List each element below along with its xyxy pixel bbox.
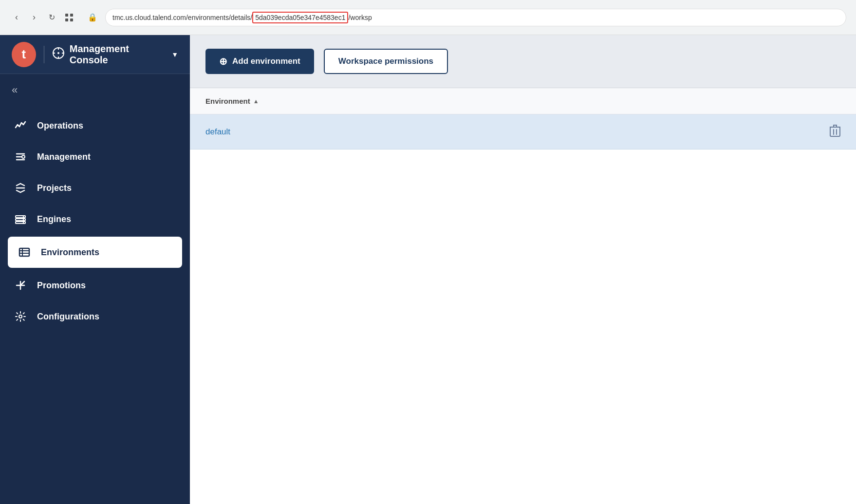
svg-rect-33 bbox=[830, 127, 840, 136]
console-title: Management Console bbox=[70, 43, 165, 66]
svg-point-23 bbox=[23, 219, 24, 220]
app-layout: t Management Console ▼ « bbox=[0, 35, 856, 504]
operations-label: Operations bbox=[37, 121, 83, 131]
url-id: 5da039ecda05e347e4583ec1 bbox=[252, 12, 348, 23]
sidebar: t Management Console ▼ « bbox=[0, 35, 190, 504]
grid-button[interactable] bbox=[62, 11, 76, 24]
add-environment-button[interactable]: ⊕ Add environment bbox=[205, 49, 314, 74]
browser-chrome: ‹ › ↻ 🔒 tmc.us.cloud.talend.com/environm… bbox=[0, 0, 856, 35]
management-label: Management bbox=[37, 152, 91, 162]
svg-point-32 bbox=[19, 315, 22, 318]
row-actions bbox=[830, 124, 840, 140]
svg-rect-1 bbox=[70, 14, 73, 17]
environment-column-header[interactable]: Environment ▲ bbox=[205, 97, 840, 105]
management-icon bbox=[14, 150, 27, 164]
back-button[interactable]: ‹ bbox=[10, 11, 23, 24]
environments-icon bbox=[18, 245, 31, 259]
url-suffix: /worksp bbox=[348, 14, 372, 21]
configurations-icon bbox=[14, 310, 27, 323]
sidebar-divider bbox=[44, 46, 44, 63]
collapse-button[interactable]: « bbox=[0, 74, 190, 106]
talend-logo: t bbox=[12, 42, 36, 67]
delete-button[interactable] bbox=[830, 124, 840, 140]
sidebar-header: t Management Console ▼ bbox=[0, 35, 190, 74]
sidebar-nav: Operations Management bbox=[0, 106, 190, 504]
sidebar-item-management[interactable]: Management bbox=[0, 141, 190, 172]
browser-nav-buttons: ‹ › ↻ bbox=[10, 11, 76, 24]
table-header: Environment ▲ bbox=[190, 88, 856, 114]
engines-icon bbox=[14, 212, 27, 226]
svg-line-18 bbox=[20, 190, 24, 192]
svg-rect-0 bbox=[65, 14, 68, 17]
add-environment-label: Add environment bbox=[232, 56, 300, 66]
workspace-permissions-button[interactable]: Workspace permissions bbox=[324, 49, 448, 74]
workspace-permissions-label: Workspace permissions bbox=[338, 56, 433, 66]
sidebar-item-configurations[interactable]: Configurations bbox=[0, 301, 190, 332]
sidebar-item-operations[interactable]: Operations bbox=[0, 110, 190, 141]
url-prefix: tmc.us.cloud.talend.com/environments/det… bbox=[112, 14, 252, 21]
svg-line-16 bbox=[20, 184, 24, 186]
svg-point-22 bbox=[23, 216, 24, 217]
projects-label: Projects bbox=[37, 183, 72, 193]
sidebar-item-engines[interactable]: Engines bbox=[0, 204, 190, 235]
svg-rect-3 bbox=[70, 19, 73, 21]
sidebar-item-projects[interactable]: Projects bbox=[0, 172, 190, 204]
url-bar[interactable]: tmc.us.cloud.talend.com/environments/det… bbox=[105, 9, 846, 26]
console-nav[interactable]: Management Console ▼ bbox=[52, 43, 178, 66]
refresh-button[interactable]: ↻ bbox=[45, 11, 58, 24]
environment-column-label: Environment bbox=[205, 97, 250, 105]
svg-line-15 bbox=[17, 184, 20, 186]
svg-line-17 bbox=[17, 190, 20, 192]
table-row[interactable]: default bbox=[190, 114, 856, 149]
environment-link-default[interactable]: default bbox=[205, 127, 830, 137]
configurations-label: Configurations bbox=[37, 312, 99, 322]
svg-point-5 bbox=[57, 52, 59, 54]
projects-icon bbox=[14, 181, 27, 195]
table-area: Environment ▲ default bbox=[190, 88, 856, 504]
svg-point-13 bbox=[22, 155, 25, 158]
sidebar-item-environments[interactable]: Environments bbox=[8, 237, 182, 268]
environments-label: Environments bbox=[41, 247, 99, 258]
lock-icon: 🔒 bbox=[88, 13, 97, 22]
chevron-down-icon: ▼ bbox=[171, 51, 178, 58]
svg-point-24 bbox=[23, 222, 24, 223]
sort-ascending-icon: ▲ bbox=[253, 98, 259, 105]
svg-rect-25 bbox=[19, 248, 29, 256]
forward-button[interactable]: › bbox=[27, 11, 41, 24]
engines-label: Engines bbox=[37, 214, 71, 224]
sidebar-item-promotions[interactable]: Promotions bbox=[0, 270, 190, 301]
svg-rect-2 bbox=[65, 19, 68, 21]
compass-icon bbox=[52, 47, 65, 62]
promotions-icon bbox=[14, 279, 27, 292]
main-content: ⊕ Add environment Workspace permissions … bbox=[190, 35, 856, 504]
promotions-label: Promotions bbox=[37, 280, 86, 291]
plus-icon: ⊕ bbox=[219, 56, 227, 67]
operations-icon bbox=[14, 119, 27, 132]
toolbar: ⊕ Add environment Workspace permissions bbox=[190, 35, 856, 88]
